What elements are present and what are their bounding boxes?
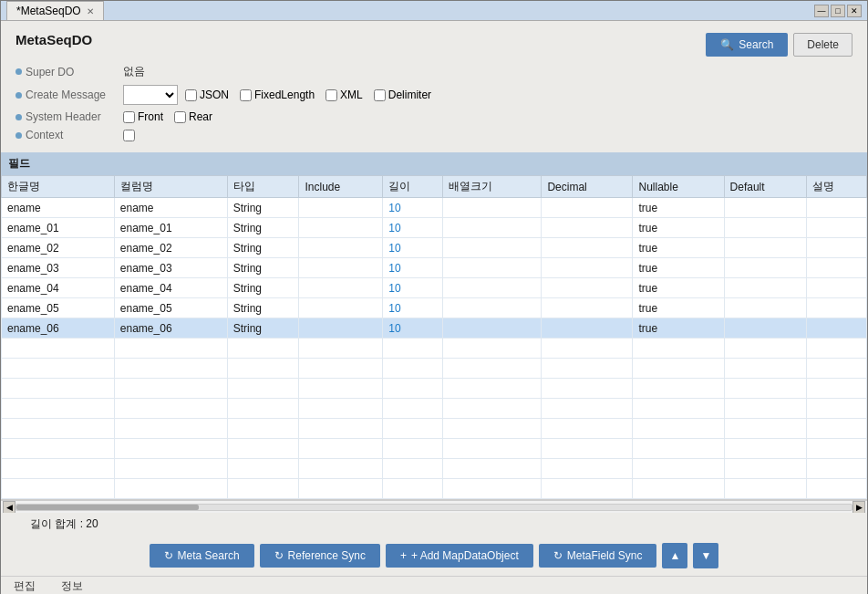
delimiter-checkbox[interactable]	[374, 89, 386, 101]
json-checkbox[interactable]	[185, 89, 197, 101]
close-button[interactable]: ✕	[847, 5, 862, 17]
scroll-track[interactable]	[16, 504, 852, 511]
message-format-group: JSON FixedLength XML Delimiter	[185, 89, 431, 101]
delete-button[interactable]: Delete	[793, 33, 852, 57]
fields-table-container[interactable]: 한글명 컬럼명 타입 Include 길이 배열크기 Decimal Nulla…	[1, 175, 867, 500]
minimize-button[interactable]: —	[814, 5, 829, 17]
table-cell	[724, 318, 807, 339]
search-icon: 🔍	[720, 38, 734, 51]
context-label: Context	[16, 129, 116, 141]
table-cell: ename_02	[2, 238, 115, 258]
table-cell: 10	[383, 238, 443, 258]
page-title: MetaSeqDO	[16, 32, 92, 47]
table-row[interactable]: ename_04ename_04String10true	[2, 278, 867, 298]
table-cell	[299, 318, 383, 339]
refresh-icon-2: ↻	[274, 549, 284, 562]
col-length: 길이	[383, 176, 443, 198]
table-cell: 10	[383, 198, 443, 218]
table-cell: String	[227, 318, 299, 339]
table-cell	[299, 218, 383, 238]
table-cell: ename_04	[2, 278, 115, 298]
table-cell	[299, 238, 383, 258]
table-cell	[443, 258, 542, 278]
status-info[interactable]: 정보	[56, 577, 88, 594]
table-row-empty	[2, 359, 867, 379]
col-type: 타입	[227, 176, 299, 198]
fields-table: 한글명 컬럼명 타입 Include 길이 배열크기 Decimal Nulla…	[1, 175, 867, 499]
super-do-label: Super DO	[16, 66, 116, 78]
table-cell	[724, 298, 807, 318]
table-row[interactable]: ename_05ename_05String10true	[2, 298, 867, 318]
table-cell: true	[633, 298, 724, 318]
scroll-thumb[interactable]	[16, 505, 199, 510]
context-checkbox[interactable]	[123, 130, 135, 141]
horizontal-scrollbar[interactable]: ◀ ▶	[1, 500, 867, 513]
plus-icon: +	[400, 549, 407, 562]
front-checkbox-label[interactable]: Front	[123, 110, 163, 123]
table-cell	[443, 238, 542, 258]
scroll-right-button[interactable]: ▶	[852, 501, 865, 514]
metafield-sync-button[interactable]: ↻ MetaField Sync	[539, 544, 657, 568]
xml-checkbox-label[interactable]: XML	[326, 89, 363, 101]
dot-icon3	[16, 114, 22, 120]
table-cell: ename	[2, 198, 115, 218]
dot-icon4	[16, 132, 22, 139]
system-header-options: Front Rear	[123, 110, 212, 123]
xml-checkbox[interactable]	[326, 89, 337, 101]
json-checkbox-label[interactable]: JSON	[185, 89, 229, 101]
table-cell	[542, 298, 633, 318]
tab-close-button[interactable]: ✕	[87, 6, 94, 16]
table-cell	[299, 258, 383, 278]
fixed-length-checkbox[interactable]	[240, 89, 252, 101]
table-row[interactable]: ename_06ename_06String10true	[2, 318, 867, 339]
table-cell: ename_06	[114, 318, 227, 339]
col-include: Include	[299, 176, 383, 198]
super-do-value: 없음	[123, 64, 145, 79]
meta-search-button[interactable]: ↻ Meta Search	[150, 544, 254, 568]
table-cell	[542, 318, 633, 339]
fixed-length-checkbox-label[interactable]: FixedLength	[240, 89, 315, 101]
table-row[interactable]: ename_02ename_02String10true	[2, 238, 867, 258]
table-cell: 10	[383, 258, 443, 278]
table-cell	[807, 258, 867, 278]
up-button[interactable]: ▲	[662, 543, 687, 568]
table-row[interactable]: enameenameString10true	[2, 198, 867, 218]
rear-checkbox[interactable]	[174, 111, 186, 123]
rear-checkbox-label[interactable]: Rear	[174, 110, 212, 123]
table-cell: 10	[383, 218, 443, 238]
create-message-row: Create Message JSON FixedLength XML	[16, 85, 852, 105]
table-cell	[542, 218, 633, 238]
table-cell	[807, 318, 867, 339]
table-cell	[724, 278, 807, 298]
form-actions: 🔍 Search Delete	[706, 33, 852, 57]
table-row-empty	[2, 439, 867, 459]
create-message-select[interactable]	[123, 85, 178, 105]
dot-icon	[16, 68, 22, 75]
down-button[interactable]: ▼	[693, 543, 718, 568]
restore-button[interactable]: □	[831, 5, 845, 17]
table-cell: true	[633, 318, 724, 339]
table-row[interactable]: ename_03ename_03String10true	[2, 258, 867, 278]
table-row-empty	[2, 459, 867, 479]
tab-title: *MetaSeqDO	[16, 5, 81, 17]
status-edit[interactable]: 편집	[8, 577, 41, 594]
main-window: *MetaSeqDO ✕ — □ ✕ MetaSeqDO 🔍 Search De…	[0, 0, 868, 594]
table-cell: ename_01	[2, 218, 115, 238]
col-array: 배열크기	[443, 176, 542, 198]
table-cell: 10	[383, 318, 443, 339]
add-map-button[interactable]: + + Add MapDataObject	[386, 544, 533, 568]
table-row[interactable]: ename_01ename_01String10true	[2, 218, 867, 238]
delimiter-checkbox-label[interactable]: Delimiter	[374, 89, 431, 101]
table-cell: ename_04	[114, 278, 227, 298]
reference-sync-button[interactable]: ↻ Reference Sync	[260, 544, 380, 568]
table-cell: ename_05	[2, 298, 115, 318]
table-cell	[807, 198, 867, 218]
status-bar: 편집 정보	[1, 576, 867, 594]
title-tab: *MetaSeqDO ✕	[6, 1, 104, 20]
search-button[interactable]: 🔍 Search	[706, 33, 788, 57]
scroll-left-button[interactable]: ◀	[3, 501, 16, 514]
front-checkbox[interactable]	[123, 111, 135, 123]
table-cell: ename_03	[114, 258, 227, 278]
system-header-label: System Header	[16, 110, 116, 123]
table-cell	[724, 258, 807, 278]
